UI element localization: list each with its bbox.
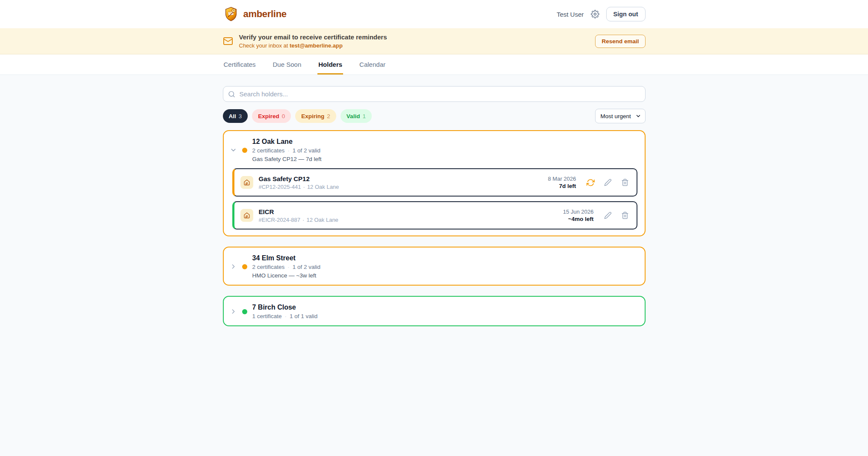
brand-shield-logo-icon — [223, 6, 239, 22]
sort-control: Most urgent — [595, 109, 646, 123]
banner-subtitle-prefix: Check your inbox at — [239, 42, 290, 49]
filter-chip-expired-count: 0 — [282, 113, 285, 119]
holder-card-7-birch-close: 7 Birch Close 1 certificate·1 of 1 valid — [223, 296, 646, 326]
tab-holders[interactable]: Holders — [317, 54, 343, 75]
filter-chip-valid[interactable]: Valid 1 — [341, 109, 372, 123]
holder-meta: 2 certificates·1 of 2 valid — [252, 147, 322, 154]
meta-separator: · — [303, 184, 305, 190]
delete-trash-icon[interactable] — [621, 212, 629, 219]
filter-chip-all-label: All — [229, 113, 236, 119]
meta-separator: · — [287, 147, 290, 154]
search-input[interactable] — [223, 86, 646, 102]
meta-separator: · — [302, 217, 304, 223]
certificate-list: Gas Safety CP12 #CP12-2025-441·12 Oak La… — [224, 168, 645, 235]
mail-icon — [223, 36, 233, 46]
holder-header[interactable]: 34 Elm Street 2 certificates·1 of 2 vali… — [224, 247, 645, 285]
holder-cert-count: 1 certificate — [252, 313, 282, 319]
search-bar — [223, 86, 646, 102]
certificate-time-left: ~4mo left — [563, 216, 594, 222]
status-dot-valid — [242, 309, 247, 314]
main-nav-tabs: Certificates Due Soon Holders Calendar — [0, 54, 868, 75]
holder-name: 7 Birch Close — [252, 304, 318, 311]
holder-meta: 1 certificate·1 of 1 valid — [252, 313, 318, 319]
holder-summary: HMO Licence — ~3w left — [252, 272, 321, 279]
certificate-number: #EICR-2024-887 — [259, 217, 301, 223]
tab-due-soon[interactable]: Due Soon — [272, 54, 302, 75]
delete-trash-icon[interactable] — [621, 179, 629, 186]
status-dot-expiring — [242, 148, 247, 153]
user-name: Test User — [557, 11, 584, 18]
holder-header[interactable]: 12 Oak Lane 2 certificates·1 of 2 valid … — [224, 131, 645, 168]
resend-email-button[interactable]: Resend email — [595, 35, 645, 48]
holder-valid-count: 1 of 2 valid — [293, 264, 320, 270]
filter-chip-valid-count: 1 — [362, 113, 366, 119]
holder-meta: 2 certificates·1 of 2 valid — [252, 264, 321, 270]
edit-pencil-icon[interactable] — [604, 179, 612, 186]
status-dot-expiring — [242, 264, 247, 269]
settings-gear-icon[interactable] — [591, 10, 599, 18]
certificate-time-left: 7d left — [548, 183, 576, 189]
holder-cert-count: 2 certificates — [252, 264, 285, 270]
holders-page: All 3 Expired 0 Expiring 2 Valid 1 Most … — [223, 75, 646, 343]
certificate-code: #CP12-2025-441·12 Oak Lane — [259, 184, 339, 190]
filter-chip-valid-label: Valid — [347, 113, 360, 119]
holder-name: 34 Elm Street — [252, 254, 321, 262]
renew-refresh-icon[interactable] — [587, 179, 595, 187]
chevron-right-icon[interactable] — [230, 263, 237, 270]
filter-chip-all-count: 3 — [239, 113, 242, 119]
home-icon — [240, 209, 253, 222]
filter-chip-expiring[interactable]: Expiring 2 — [295, 109, 336, 123]
filter-chip-expiring-count: 2 — [327, 113, 330, 119]
certificate-holder-ref: 12 Oak Lane — [307, 184, 339, 190]
sort-select[interactable]: Most urgent — [595, 109, 646, 123]
holder-valid-count: 1 of 2 valid — [293, 147, 320, 154]
certificate-number: #CP12-2025-441 — [259, 184, 301, 190]
filter-chip-all[interactable]: All 3 — [223, 109, 248, 123]
holder-card-12-oak-lane: 12 Oak Lane 2 certificates·1 of 2 valid … — [223, 130, 646, 236]
verify-email-banner: Verify your email to receive certificate… — [0, 28, 868, 54]
certificate-title: Gas Safety CP12 — [259, 175, 339, 182]
holder-name: 12 Oak Lane — [252, 138, 322, 146]
certificate-expiry-date: 8 Mar 2026 — [548, 176, 576, 182]
certificate-title: EICR — [259, 208, 338, 215]
sign-out-button[interactable]: Sign out — [606, 7, 646, 21]
holder-valid-count: 1 of 1 valid — [290, 313, 317, 319]
certificate-row-eicr[interactable]: EICR #EICR-2024-887·12 Oak Lane 15 Jun 2… — [232, 201, 637, 229]
tab-calendar[interactable]: Calendar — [358, 54, 386, 75]
brand: amberline — [223, 6, 287, 22]
chevron-right-icon[interactable] — [230, 308, 237, 315]
certificate-dates: 8 Mar 2026 7d left — [548, 176, 576, 189]
certificate-expiry-date: 15 Jun 2026 — [563, 209, 594, 215]
filter-chip-expiring-label: Expiring — [301, 113, 324, 119]
holder-header[interactable]: 7 Birch Close 1 certificate·1 of 1 valid — [224, 297, 645, 325]
banner-email: test@amberline.app — [290, 42, 343, 49]
holder-card-34-elm-street: 34 Elm Street 2 certificates·1 of 2 vali… — [223, 247, 646, 286]
meta-separator: · — [287, 264, 290, 270]
app-header: amberline Test User Sign out — [0, 0, 868, 28]
filter-row: All 3 Expired 0 Expiring 2 Valid 1 Most … — [223, 109, 646, 123]
filter-chip-expired[interactable]: Expired 0 — [252, 109, 291, 123]
certificate-code: #EICR-2024-887·12 Oak Lane — [259, 217, 338, 223]
holder-summary: Gas Safety CP12 — 7d left — [252, 156, 322, 162]
chevron-down-icon[interactable] — [230, 146, 237, 154]
certificate-row-gas-safety-cp12[interactable]: Gas Safety CP12 #CP12-2025-441·12 Oak La… — [232, 168, 637, 197]
certificate-dates: 15 Jun 2026 ~4mo left — [563, 209, 594, 222]
home-icon — [240, 176, 253, 189]
banner-title: Verify your email to receive certificate… — [239, 33, 387, 42]
holder-cert-count: 2 certificates — [252, 147, 285, 154]
search-icon — [228, 90, 235, 98]
meta-separator: · — [285, 313, 287, 319]
filter-chip-expired-label: Expired — [258, 113, 279, 119]
certificate-holder-ref: 12 Oak Lane — [306, 217, 338, 223]
brand-name: amberline — [243, 9, 287, 20]
banner-subtitle: Check your inbox at test@amberline.app — [239, 42, 387, 49]
tab-certificates[interactable]: Certificates — [223, 54, 257, 75]
edit-pencil-icon[interactable] — [604, 212, 612, 219]
